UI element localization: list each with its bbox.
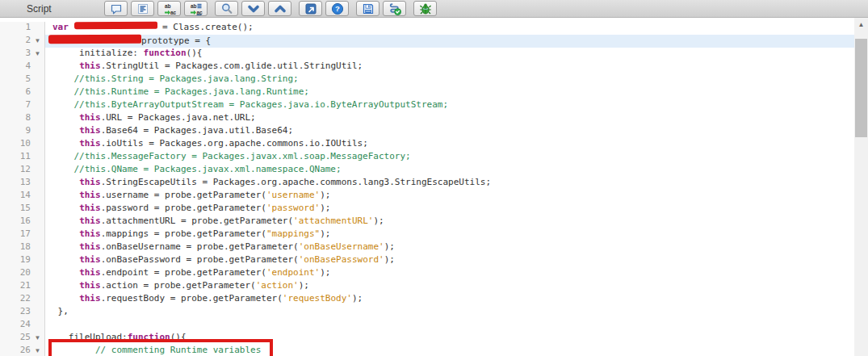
code-segment-plain: .username = probe.getParameter( bbox=[101, 190, 266, 200]
code-line[interactable]: 22 this.requestBody = probe.getParameter… bbox=[0, 293, 854, 306]
gutter: 10 bbox=[0, 138, 45, 151]
svg-text:ac: ac bbox=[170, 10, 176, 15]
code-line[interactable]: 5 //this.String = Packages.java.lang.Str… bbox=[0, 73, 854, 86]
code-line[interactable]: 1var = Class.create(); bbox=[0, 22, 854, 35]
code-line[interactable]: 12 //this.QName = Packages.javax.xml.nam… bbox=[0, 164, 854, 177]
fold-spacer bbox=[31, 241, 44, 254]
replace-all-button[interactable]: abac bbox=[184, 1, 208, 16]
code-line[interactable]: 26▼ // commenting Runtime variables bbox=[0, 345, 854, 356]
fold-spacer bbox=[31, 190, 44, 203]
fold-toggle-icon[interactable]: ▼ bbox=[31, 332, 44, 345]
help-button[interactable]: ? bbox=[325, 1, 349, 16]
code-line[interactable]: 7 //this.ByteArrayOutputStream = Package… bbox=[0, 99, 854, 112]
gutter: 17 bbox=[0, 228, 45, 241]
gutter: 18 bbox=[0, 241, 45, 254]
format-code-button[interactable] bbox=[131, 1, 154, 16]
code-editor[interactable]: 1var = Class.create();2▼prototype = {3▼ … bbox=[0, 18, 854, 356]
code-segment-plain: ); bbox=[320, 228, 330, 239]
scrollbar[interactable]: ▲ bbox=[854, 18, 868, 356]
gutter: 3▼ bbox=[0, 48, 45, 61]
code-line[interactable]: 6 //this.Runtime = Packages.java.lang.Ru… bbox=[0, 86, 854, 99]
code-text: this.URL = Packages.java.net.URL; bbox=[45, 112, 256, 125]
fold-spacer bbox=[31, 86, 44, 99]
code-line[interactable]: 9 this.Base64 = Packages.java.util.Base6… bbox=[0, 125, 854, 138]
line-number: 23 bbox=[0, 306, 31, 319]
line-number: 17 bbox=[0, 228, 31, 241]
code-segment-kw: function bbox=[144, 48, 187, 58]
code-segment-kw: function bbox=[128, 332, 170, 342]
scrollbar-up-button[interactable]: ▲ bbox=[854, 18, 868, 31]
line-number: 21 bbox=[0, 280, 31, 293]
line-number: 22 bbox=[0, 293, 31, 306]
code-text: initialize: function(){ bbox=[45, 48, 202, 61]
code-line[interactable]: 21 this.action = probe.getParameter('act… bbox=[0, 280, 854, 293]
code-text: //this.QName = Packages.javax.xml.namesp… bbox=[45, 164, 342, 177]
code-text: // commenting Runtime variables bbox=[45, 345, 261, 356]
search-button[interactable] bbox=[215, 1, 238, 16]
gutter: 8 bbox=[0, 112, 45, 125]
replace-all-icon: abac bbox=[190, 2, 203, 15]
gutter: 12 bbox=[0, 164, 45, 177]
code-line[interactable]: 4 this.StringUtil = Packages.com.glide.u… bbox=[0, 61, 854, 73]
redaction-marker bbox=[73, 22, 157, 30]
fold-toggle-icon[interactable]: ▼ bbox=[31, 35, 44, 48]
code-segment-plain: initialize: bbox=[52, 48, 144, 58]
code-segment-str: 'onBaseUsername' bbox=[299, 241, 384, 252]
syntax-check-button[interactable] bbox=[383, 1, 406, 16]
code-segment-plain: .ioUtils = Packages.org.apache.commons.i… bbox=[101, 138, 368, 149]
fold-spacer bbox=[31, 61, 44, 73]
code-line[interactable]: 3▼ initialize: function(){ bbox=[0, 48, 854, 61]
code-line[interactable]: 19 this.onBasePassword = probe.getParame… bbox=[0, 254, 854, 267]
comment-button[interactable] bbox=[104, 1, 128, 16]
gutter: 9 bbox=[0, 125, 45, 138]
replace-button[interactable]: abac bbox=[157, 1, 181, 16]
find-previous-button[interactable] bbox=[268, 1, 291, 16]
fold-spacer bbox=[31, 319, 44, 332]
code-segment-comment: //this.ByteArrayOutputStream = Packages.… bbox=[52, 99, 448, 110]
script-debugger-button[interactable] bbox=[413, 1, 437, 16]
code-line[interactable]: 15 this.password = probe.getParameter('p… bbox=[0, 203, 854, 216]
code-segment-plain: .onBasePassword = probe.getParameter( bbox=[101, 254, 299, 265]
scrollbar-thumb[interactable] bbox=[855, 39, 867, 137]
code-segment-plain: .Base64 = Packages.java.util.Base64; bbox=[101, 125, 293, 136]
line-number: 14 bbox=[0, 190, 31, 203]
gutter: 4 bbox=[0, 61, 45, 73]
code-line[interactable]: 17 this.mappings = probe.getParameter("m… bbox=[0, 228, 854, 241]
code-line[interactable]: 11 //this.MessageFactory = Packages.java… bbox=[0, 151, 854, 164]
line-number: 13 bbox=[0, 177, 31, 190]
svg-text:?: ? bbox=[335, 4, 340, 13]
code-line[interactable]: 25▼ fileUpload:function(){ bbox=[0, 332, 854, 345]
code-segment-comment: //this.MessageFactory = Packages.javax.x… bbox=[52, 151, 411, 161]
code-text: this.StringEscapeUtils = Packages.org.ap… bbox=[45, 177, 491, 190]
code-line[interactable]: 14 this.username = probe.getParameter('u… bbox=[0, 190, 854, 203]
open-in-new-window-button[interactable] bbox=[299, 1, 322, 16]
code-segment-plain: ); bbox=[373, 216, 384, 226]
fold-toggle-icon[interactable]: ▼ bbox=[31, 345, 44, 356]
code-segment-kw: this bbox=[79, 138, 101, 149]
code-line[interactable]: 16 this.attachmentURL = probe.getParamet… bbox=[0, 216, 854, 228]
find-next-button[interactable] bbox=[241, 1, 265, 16]
save-button[interactable] bbox=[356, 1, 379, 16]
code-line[interactable]: 20 this.endpoint = probe.getParameter('e… bbox=[0, 267, 854, 280]
gutter: 6 bbox=[0, 86, 45, 99]
code-segment-plain bbox=[52, 125, 79, 136]
code-text: //this.Runtime = Packages.java.lang.Runt… bbox=[45, 86, 309, 99]
line-number: 25 bbox=[0, 332, 31, 345]
fold-spacer bbox=[31, 267, 44, 280]
code-text: this.mappings = probe.getParameter("mapp… bbox=[45, 228, 330, 241]
code-line[interactable]: 18 this.onBaseUsername = probe.getParame… bbox=[0, 241, 854, 254]
line-number: 1 bbox=[0, 22, 31, 35]
fold-toggle-icon[interactable]: ▼ bbox=[31, 48, 44, 61]
code-segment-plain: .StringEscapeUtils = Packages.org.apache… bbox=[101, 177, 491, 187]
code-line[interactable]: 13 this.StringEscapeUtils = Packages.org… bbox=[0, 177, 854, 190]
code-line[interactable]: 2▼prototype = { bbox=[0, 35, 854, 48]
code-line[interactable]: 24 bbox=[0, 319, 854, 332]
line-number: 12 bbox=[0, 164, 31, 177]
code-segment-kw: this bbox=[79, 267, 101, 278]
code-line[interactable]: 23 }, bbox=[0, 306, 854, 319]
code-line[interactable]: 8 this.URL = Packages.java.net.URL; bbox=[0, 112, 854, 125]
code-segment-str: 'action' bbox=[256, 280, 299, 291]
gutter: 21 bbox=[0, 280, 45, 293]
fold-spacer bbox=[31, 138, 44, 151]
code-line[interactable]: 10 this.ioUtils = Packages.org.apache.co… bbox=[0, 138, 854, 151]
